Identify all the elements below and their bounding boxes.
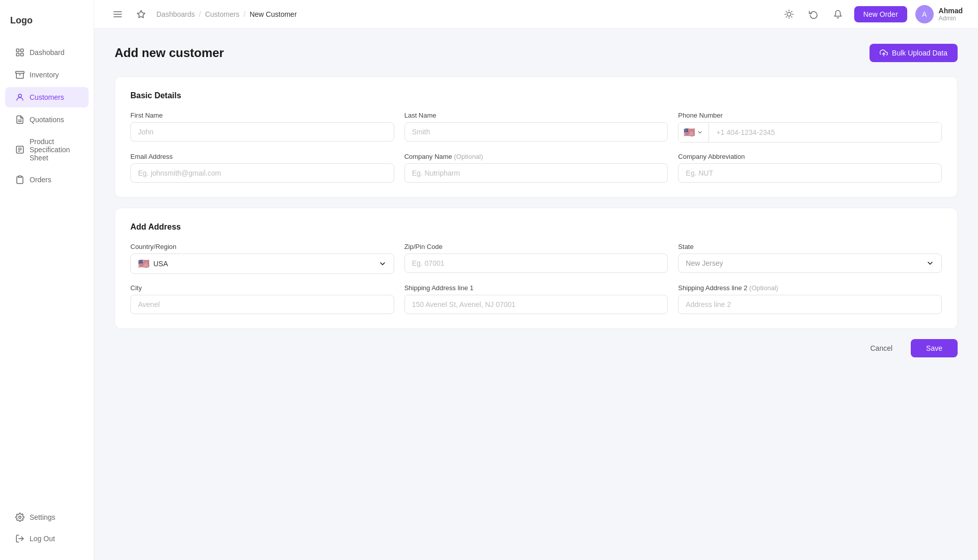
breadcrumb-dashboards[interactable]: Dashboards — [156, 10, 195, 18]
zip-group: Zip/Pin Code — [404, 243, 668, 274]
last-name-label: Last Name — [404, 111, 668, 119]
address-row-2: City Shipping Address line 1 Shipping Ad… — [130, 284, 942, 314]
svg-point-14 — [19, 516, 21, 519]
shipping1-label: Shipping Address line 1 — [404, 284, 668, 292]
country-label: Country/Region — [130, 243, 394, 250]
chevron-down-icon — [378, 260, 387, 268]
chevron-down-icon — [697, 129, 703, 135]
shipping1-input[interactable] — [404, 295, 668, 314]
city-label: City — [130, 284, 394, 292]
country-select[interactable]: 🇺🇸 USA — [130, 254, 394, 274]
header: Dashboards / Customers / New Customer Ne… — [94, 0, 978, 29]
basic-details-row-2: Email Address Company Name (Optional) Co… — [130, 153, 942, 183]
first-name-group: First Name — [130, 111, 394, 143]
phone-flag-select[interactable]: 🇺🇸 — [678, 123, 709, 142]
logo: Logo — [0, 10, 94, 41]
company-abbr-input[interactable] — [678, 163, 942, 183]
shipping1-group: Shipping Address line 1 — [404, 284, 668, 314]
svg-line-24 — [792, 16, 792, 17]
sidebar-item-inventory[interactable]: Inventory — [5, 65, 89, 85]
country-flag-icon: 🇺🇸 — [138, 259, 149, 268]
address-row-1: Country/Region 🇺🇸 USA Zip/Pin Code State… — [130, 243, 942, 274]
svg-marker-19 — [138, 10, 145, 17]
bulk-upload-label: Bulk Upload Data — [892, 49, 947, 57]
user-info: A Ahmad Admin — [915, 5, 963, 23]
history-button[interactable] — [805, 6, 822, 22]
country-value: USA — [153, 260, 374, 268]
last-name-input[interactable] — [404, 122, 668, 142]
save-button[interactable]: Save — [911, 339, 958, 357]
svg-line-23 — [786, 11, 786, 12]
sidebar-item-quotations-label: Quotations — [30, 116, 64, 124]
svg-rect-0 — [16, 49, 19, 51]
sidebar-item-logout[interactable]: Log Out — [5, 528, 89, 549]
first-name-input[interactable] — [130, 122, 394, 142]
city-group: City — [130, 284, 394, 314]
state-label: State — [678, 243, 942, 250]
company-name-input[interactable] — [404, 163, 668, 183]
svg-line-28 — [792, 11, 792, 12]
phone-label: Phone Number — [678, 111, 942, 119]
basic-details-card: Basic Details First Name Last Name Phone… — [115, 76, 958, 198]
sidebar-item-logout-label: Log Out — [30, 535, 55, 543]
state-select[interactable]: New Jersey — [678, 254, 942, 273]
phone-number-input[interactable] — [709, 123, 941, 142]
email-label: Email Address — [130, 153, 394, 160]
header-icons: New Order A Ahmad Admin — [781, 5, 963, 23]
sidebar-item-dashboard-label: Dashobard — [30, 48, 65, 57]
page-title: Add new customer — [115, 46, 224, 60]
sidebar-item-product-spec[interactable]: Product Specification Sheet — [5, 132, 89, 167]
email-input[interactable] — [130, 163, 394, 183]
sidebar-toggle-button[interactable] — [110, 6, 126, 22]
sidebar-item-settings-label: Settings — [30, 513, 56, 521]
breadcrumb: Dashboards / Customers / New Customer — [156, 10, 297, 18]
phone-group: Phone Number 🇺🇸 — [678, 111, 942, 143]
zip-label: Zip/Pin Code — [404, 243, 668, 250]
new-order-button[interactable]: New Order — [854, 6, 907, 22]
company-abbr-label: Company Abbreviation — [678, 153, 942, 160]
sidebar: Logo Dashobard Inventory Customers Quota… — [0, 0, 94, 560]
sidebar-item-inventory-label: Inventory — [30, 71, 59, 79]
notifications-button[interactable] — [830, 6, 846, 22]
state-value: New Jersey — [686, 259, 922, 267]
zip-input[interactable] — [404, 254, 668, 273]
last-name-group: Last Name — [404, 111, 668, 143]
user-role: Admin — [939, 15, 963, 22]
sidebar-item-product-spec-label: Product Specification Sheet — [30, 137, 78, 162]
svg-rect-4 — [16, 71, 24, 73]
basic-details-title: Basic Details — [130, 91, 942, 100]
chevron-down-icon — [926, 259, 934, 267]
page-header: Add new customer Bulk Upload Data — [115, 44, 958, 62]
bulk-upload-button[interactable]: Bulk Upload Data — [870, 44, 958, 62]
user-name: Ahmad — [939, 7, 963, 15]
basic-details-row-1: First Name Last Name Phone Number 🇺🇸 — [130, 111, 942, 143]
content: Add new customer Bulk Upload Data Basic … — [94, 29, 978, 560]
shipping2-input[interactable] — [678, 295, 942, 314]
email-group: Email Address — [130, 153, 394, 183]
cancel-button[interactable]: Cancel — [860, 339, 903, 357]
shipping2-label: Shipping Address line 2 (Optional) — [678, 284, 942, 292]
theme-toggle-button[interactable] — [781, 6, 797, 22]
add-address-card: Add Address Country/Region 🇺🇸 USA Zip/Pi… — [115, 208, 958, 329]
form-actions: Cancel Save — [115, 339, 958, 357]
star-button[interactable] — [133, 6, 149, 22]
breadcrumb-customers[interactable]: Customers — [205, 10, 239, 18]
sidebar-item-customers-label: Customers — [30, 93, 64, 101]
city-input[interactable] — [130, 295, 394, 314]
sidebar-bottom: Settings Log Out — [0, 506, 94, 550]
avatar: A — [915, 5, 934, 23]
sidebar-item-customers[interactable]: Customers — [5, 87, 89, 107]
sidebar-item-dashboard[interactable]: Dashobard — [5, 42, 89, 63]
svg-point-6 — [18, 94, 21, 97]
svg-line-27 — [786, 16, 786, 17]
svg-point-20 — [787, 12, 791, 16]
sidebar-item-orders-label: Orders — [30, 176, 51, 184]
first-name-label: First Name — [130, 111, 394, 119]
sidebar-item-quotations[interactable]: Quotations — [5, 109, 89, 130]
svg-rect-1 — [21, 49, 23, 51]
add-address-title: Add Address — [130, 222, 942, 232]
sidebar-item-settings[interactable]: Settings — [5, 507, 89, 527]
svg-rect-3 — [16, 53, 19, 56]
sidebar-item-orders[interactable]: Orders — [5, 170, 89, 190]
svg-rect-13 — [18, 176, 21, 178]
